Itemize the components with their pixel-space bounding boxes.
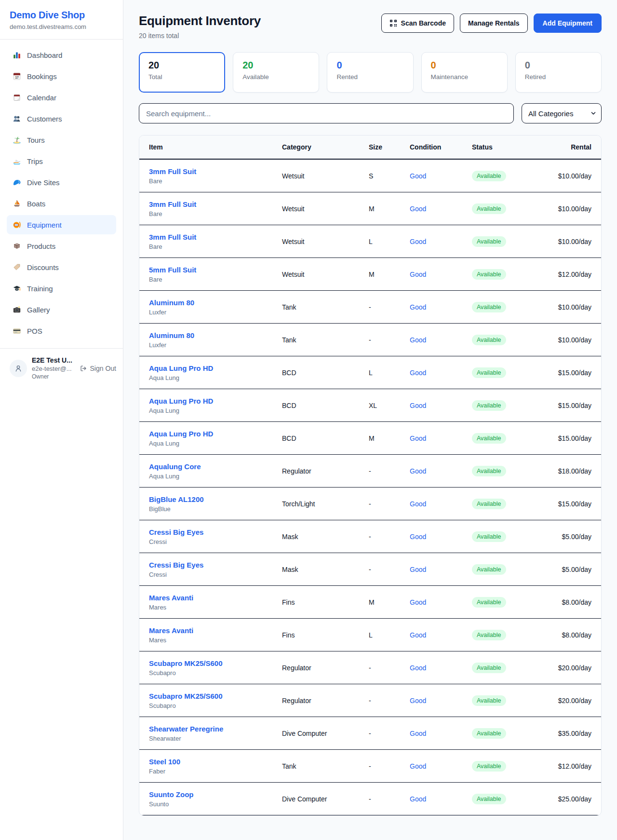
item-brand: Aqua Lung bbox=[149, 473, 282, 480]
item-size: - bbox=[369, 664, 410, 672]
sidebar-item-dive-sites[interactable]: Dive Sites bbox=[7, 173, 116, 192]
item-name-link[interactable]: Mares Avanti bbox=[149, 626, 282, 635]
item-condition-link[interactable]: Good bbox=[410, 598, 472, 606]
item-condition-link[interactable]: Good bbox=[410, 697, 472, 705]
search-input[interactable] bbox=[139, 103, 514, 123]
item-name-link[interactable]: Scubapro MK25/S600 bbox=[149, 659, 282, 667]
item-name-link[interactable]: Aqua Lung Pro HD bbox=[149, 430, 282, 438]
item-condition-link[interactable]: Good bbox=[410, 303, 472, 311]
header-actions: Scan Barcode Manage Rentals Add Equipmen… bbox=[381, 14, 602, 33]
item-name-link[interactable]: Cressi Big Eyes bbox=[149, 528, 282, 536]
item-category: Mask bbox=[282, 533, 369, 541]
people-icon bbox=[13, 114, 21, 123]
item-name-link[interactable]: 3mm Full Suit bbox=[149, 200, 282, 208]
item-condition-link[interactable]: Good bbox=[410, 402, 472, 409]
item-size: L bbox=[369, 631, 410, 639]
add-equipment-button[interactable]: Add Equipment bbox=[534, 14, 602, 33]
item-name-link[interactable]: Aluminum 80 bbox=[149, 298, 282, 307]
sidebar-item-products[interactable]: Products bbox=[7, 236, 116, 256]
item-condition-link[interactable]: Good bbox=[410, 730, 472, 737]
item-rental-rate: $12.00/day bbox=[544, 271, 591, 278]
category-select[interactable]: All Categories bbox=[522, 103, 602, 123]
table-row: Scubapro MK25/S600 Scubapro Regulator - … bbox=[139, 651, 601, 684]
item-category: Wetsuit bbox=[282, 205, 369, 213]
item-rental-rate: $5.00/day bbox=[544, 533, 591, 541]
sidebar-item-pos[interactable]: POS bbox=[7, 321, 116, 340]
item-condition-link[interactable]: Good bbox=[410, 238, 472, 245]
sidebar-item-dashboard[interactable]: Dashboard bbox=[7, 45, 116, 65]
item-condition-link[interactable]: Good bbox=[410, 434, 472, 442]
item-name-link[interactable]: Shearwater Peregrine bbox=[149, 725, 282, 733]
sidebar-item-trips[interactable]: Trips bbox=[7, 151, 116, 171]
stat-card-available[interactable]: 20 Available bbox=[233, 52, 319, 93]
item-name-link[interactable]: Steel 100 bbox=[149, 758, 282, 766]
status-badge: Available bbox=[472, 433, 506, 444]
item-condition-link[interactable]: Good bbox=[410, 566, 472, 573]
sidebar-item-tours[interactable]: Tours bbox=[7, 130, 116, 149]
table-row: Aqua Lung Pro HD Aqua Lung BCD XL Good A… bbox=[139, 389, 601, 422]
item-condition-link[interactable]: Good bbox=[410, 205, 472, 213]
item-condition-link[interactable]: Good bbox=[410, 664, 472, 672]
item-rental-rate: $20.00/day bbox=[544, 664, 591, 672]
item-name-link[interactable]: Aluminum 80 bbox=[149, 331, 282, 339]
bar-chart-icon bbox=[13, 51, 21, 59]
item-size: - bbox=[369, 795, 410, 803]
item-condition-link[interactable]: Good bbox=[410, 795, 472, 803]
item-name-link[interactable]: 5mm Full Suit bbox=[149, 266, 282, 274]
item-condition-link[interactable]: Good bbox=[410, 271, 472, 278]
item-name-link[interactable]: 3mm Full Suit bbox=[149, 167, 282, 176]
table-row: BigBlue AL1200 BigBlue Torch/Light - Goo… bbox=[139, 488, 601, 520]
item-name-link[interactable]: Aqua Lung Pro HD bbox=[149, 397, 282, 405]
column-header: Condition bbox=[410, 143, 472, 151]
item-name-link[interactable]: Cressi Big Eyes bbox=[149, 561, 282, 569]
sidebar-item-discounts[interactable]: Discounts bbox=[7, 257, 116, 277]
stat-card-maintenance[interactable]: 0 Maintenance bbox=[421, 52, 508, 93]
item-name-link[interactable]: Aqualung Core bbox=[149, 462, 282, 471]
scan-barcode-button[interactable]: Scan Barcode bbox=[381, 14, 454, 33]
sidebar-item-boats[interactable]: Boats bbox=[7, 194, 116, 213]
item-condition-link[interactable]: Good bbox=[410, 762, 472, 770]
table-row: 5mm Full Suit Bare Wetsuit M Good Availa… bbox=[139, 258, 601, 291]
nav-label: Products bbox=[27, 242, 55, 250]
brand-name[interactable]: Demo Dive Shop bbox=[10, 10, 113, 21]
item-size: - bbox=[369, 566, 410, 573]
item-rental-rate: $10.00/day bbox=[544, 205, 591, 213]
manage-rentals-button[interactable]: Manage Rentals bbox=[460, 14, 528, 33]
status-badge: Available bbox=[472, 400, 506, 411]
sign-out-button[interactable]: Sign Out bbox=[80, 365, 116, 372]
sidebar-item-bookings[interactable]: 17 Bookings bbox=[7, 67, 116, 86]
item-brand: Cressi bbox=[149, 538, 282, 545]
item-condition-link[interactable]: Good bbox=[410, 467, 472, 475]
item-name-link[interactable]: Aqua Lung Pro HD bbox=[149, 364, 282, 372]
item-condition-link[interactable]: Good bbox=[410, 533, 472, 541]
item-rental-rate: $10.00/day bbox=[544, 336, 591, 344]
nav-label: POS bbox=[27, 327, 42, 335]
status-badge: Available bbox=[472, 302, 506, 312]
item-category: Regulator bbox=[282, 664, 369, 672]
item-condition-link[interactable]: Good bbox=[410, 500, 472, 508]
sidebar-item-equipment[interactable]: Equipment bbox=[7, 215, 116, 234]
item-name-link[interactable]: Suunto Zoop bbox=[149, 790, 282, 799]
item-name-link[interactable]: BigBlue AL1200 bbox=[149, 495, 282, 503]
sidebar-item-customers[interactable]: Customers bbox=[7, 109, 116, 128]
item-condition-link[interactable]: Good bbox=[410, 172, 472, 180]
stat-card-rented[interactable]: 0 Rented bbox=[327, 52, 413, 93]
sidebar-item-gallery[interactable]: Gallery bbox=[7, 300, 116, 319]
item-condition-link[interactable]: Good bbox=[410, 336, 472, 344]
item-name-link[interactable]: Scubapro MK25/S600 bbox=[149, 692, 282, 700]
item-name-link[interactable]: Mares Avanti bbox=[149, 594, 282, 602]
sidebar-item-calendar[interactable]: Calendar bbox=[7, 88, 116, 107]
sidebar-item-training[interactable]: Training bbox=[7, 279, 116, 298]
item-condition-link[interactable]: Good bbox=[410, 631, 472, 639]
item-category: Wetsuit bbox=[282, 238, 369, 245]
item-category: Wetsuit bbox=[282, 271, 369, 278]
table-row: Aqualung Core Aqua Lung Regulator - Good… bbox=[139, 455, 601, 488]
stat-card-retired[interactable]: 0 Retired bbox=[515, 52, 602, 93]
item-name-link[interactable]: 3mm Full Suit bbox=[149, 233, 282, 241]
stat-label: Available bbox=[242, 73, 309, 81]
item-condition-link[interactable]: Good bbox=[410, 369, 472, 377]
item-rental-rate: $10.00/day bbox=[544, 172, 591, 180]
table-row: Aqua Lung Pro HD Aqua Lung BCD M Good Av… bbox=[139, 422, 601, 455]
stat-card-total[interactable]: 20 Total bbox=[139, 52, 225, 93]
item-size: L bbox=[369, 369, 410, 377]
